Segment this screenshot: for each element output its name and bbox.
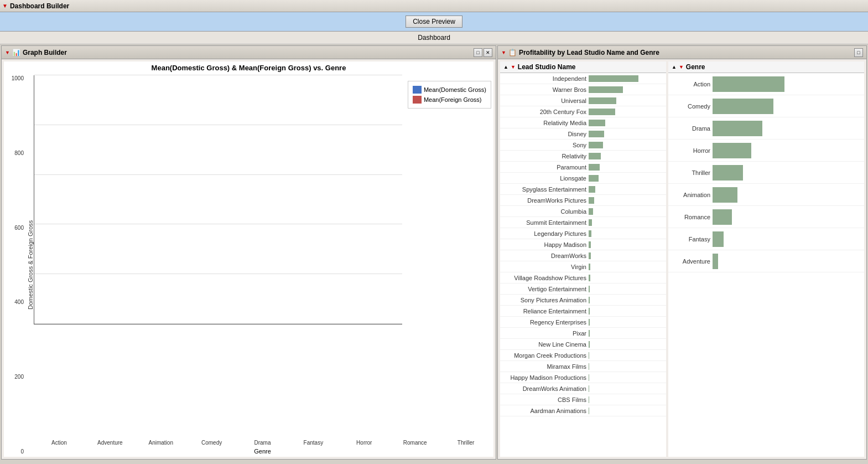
x-label-drama: Drama: [237, 440, 288, 446]
studio-bar: [589, 197, 594, 204]
genre-bar: [713, 76, 784, 92]
studio-bar-container: [589, 141, 666, 149]
lead-studio-header: ▲ ▼ Lead Studio Name: [500, 61, 666, 73]
studio-row: Summit Entertainment: [500, 217, 666, 228]
genre-list[interactable]: ActionComedyDramaHorrorThrillerAnimation…: [668, 73, 864, 457]
studio-row: Relativity Media: [500, 117, 666, 128]
genre-name: Drama: [668, 125, 713, 132]
studio-dropdown-arrow[interactable]: ▼: [511, 64, 516, 70]
bar-chart-container: [34, 75, 402, 324]
studio-bar: [589, 286, 590, 292]
studio-row: Spyglass Entertainment: [500, 184, 666, 195]
studio-bar-container: [589, 352, 666, 359]
genre-bar: [713, 254, 718, 269]
studio-bar: [589, 363, 589, 370]
profitability-panel: ▼ 📋 Profitability by Lead Studio Name an…: [497, 45, 867, 460]
chart-inner: Mean(Domestic Gross) Mean(Foreign Gross)…: [34, 75, 491, 455]
genre-bar: [713, 209, 732, 225]
graph-builder-header: ▼ 📊 Graph Builder □ ✕: [2, 46, 496, 59]
studio-name: Happy Madison Productions: [500, 374, 589, 381]
studio-row: Columbia: [500, 206, 666, 217]
studio-bar: [589, 153, 601, 159]
maximize-button-right[interactable]: □: [854, 48, 863, 57]
studio-bar: [589, 131, 604, 137]
genre-bar-container: [713, 120, 864, 137]
genre-dropdown-arrow[interactable]: ▼: [679, 64, 684, 70]
studio-name: Virgin: [500, 264, 589, 270]
studio-bar-container: [589, 374, 666, 381]
genre-name: Horror: [668, 147, 713, 154]
genre-name: Thriller: [668, 169, 713, 176]
studio-name: Sony Pictures Animation: [500, 297, 589, 303]
studio-bar: [589, 341, 590, 348]
studio-name: Relativity Media: [500, 120, 589, 126]
studio-bar-container: [589, 185, 666, 193]
genre-bar-container: [713, 76, 864, 92]
studio-name: DreamWorks Animation: [500, 385, 589, 392]
studio-bar: [589, 97, 616, 104]
genre-header: ▲ ▼ Genre: [668, 61, 864, 73]
maximize-button[interactable]: □: [474, 48, 482, 57]
graph-builder-dropdown[interactable]: ▼: [5, 50, 10, 55]
chart-body: 0 200 400 600 800 1000 Domestic Gross & …: [6, 75, 491, 455]
genre-title: Genre: [686, 63, 705, 71]
y-axis-label: Domestic Gross & Foreign Gross: [26, 75, 34, 455]
grid-line: [34, 174, 402, 175]
studio-name: Reliance Entertainment: [500, 308, 589, 315]
studio-bar: [589, 297, 590, 303]
studio-bar-container: [589, 108, 666, 116]
studio-bar-container: [589, 152, 666, 160]
studio-bar-container: [589, 119, 666, 127]
studio-row: Aardman Animations: [500, 405, 666, 416]
title-bar-text: Dashboard Builder: [10, 2, 69, 10]
studio-bar: [589, 308, 590, 315]
studio-name: Happy Madison: [500, 241, 589, 248]
studio-row: Warner Bros: [500, 84, 666, 95]
genre-bar-container: [713, 164, 864, 181]
studio-row: DreamWorks Pictures: [500, 195, 666, 206]
studio-bar: [589, 408, 589, 414]
studio-list[interactable]: IndependentWarner BrosUniversal20th Cent…: [500, 73, 666, 457]
studio-row: Morgan Creek Productions: [500, 350, 666, 361]
studio-row: Happy Madison: [500, 239, 666, 250]
dashboard-label-bar: Dashboard: [0, 32, 868, 44]
genre-row: Comedy: [668, 95, 864, 117]
profitability-icon: 📋: [508, 49, 517, 56]
studio-bar: [589, 175, 599, 182]
studio-bar: [589, 186, 595, 193]
close-button[interactable]: ✕: [484, 48, 492, 57]
studio-bar-container: [589, 296, 666, 304]
genre-row: Animation: [668, 184, 864, 206]
profitability-dropdown[interactable]: ▼: [501, 50, 506, 55]
grid-line: [34, 75, 402, 75]
close-preview-button[interactable]: Close Preview: [406, 16, 462, 28]
studio-name: Vertigo Entertainment: [500, 286, 589, 292]
legend-color-domestic: [413, 86, 422, 94]
x-label-action: Action: [34, 440, 85, 446]
studio-bar: [589, 319, 590, 326]
studio-bar-container: [589, 241, 666, 249]
studio-bar: [589, 385, 589, 392]
studio-bar-container: [589, 75, 666, 83]
studio-bar-container: [589, 363, 666, 370]
studio-name: Summit Entertainment: [500, 219, 589, 226]
studio-row: Relativity: [500, 151, 666, 162]
studio-name: Disney: [500, 131, 589, 137]
y-tick-labels: 0 200 400 600 800 1000: [6, 75, 26, 455]
studio-bar-container: [589, 130, 666, 138]
studio-bar: [589, 219, 592, 226]
genre-name: Comedy: [668, 103, 713, 110]
studio-row: 20th Century Fox: [500, 106, 666, 117]
studio-name: Relativity: [500, 153, 589, 159]
studio-name: Universal: [500, 97, 589, 104]
legend-item-domestic: Mean(Domestic Gross): [413, 86, 486, 94]
studio-name: Lionsgate: [500, 175, 589, 182]
studio-name: Warner Bros: [500, 86, 589, 93]
genre-bar: [713, 121, 762, 136]
genre-name: Adventure: [668, 258, 713, 265]
genre-bar: [713, 165, 743, 181]
genre-bar-container: [713, 98, 864, 115]
grid-line: [34, 125, 402, 125]
genre-section: ▲ ▼ Genre ActionComedyDramaHorrorThrille…: [668, 61, 864, 457]
genre-row: Action: [668, 73, 864, 95]
